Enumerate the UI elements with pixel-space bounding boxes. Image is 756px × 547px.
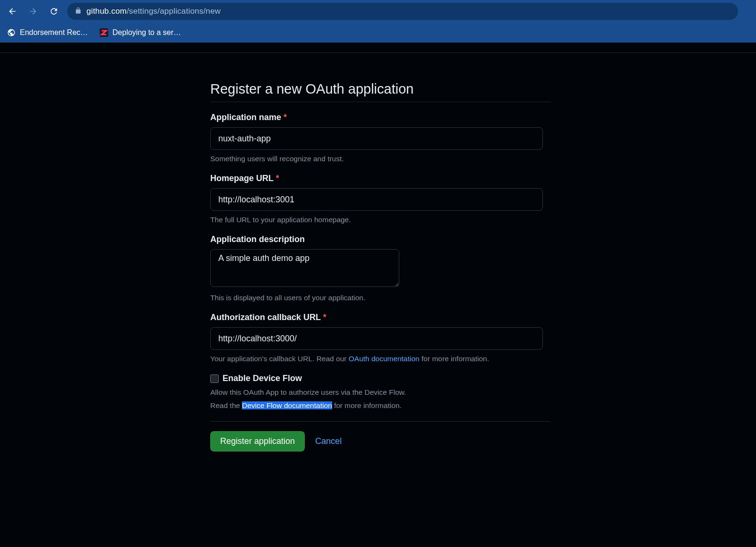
- label-text: Authorization callback URL: [210, 313, 321, 322]
- label-text: Homepage URL: [210, 174, 274, 183]
- required-asterisk: *: [276, 174, 279, 183]
- description-label: Application description: [210, 234, 550, 244]
- description-help: This is displayed to all users of your a…: [210, 294, 550, 302]
- bookmarks-bar: Endorsement Rec… Deploying to a ser…: [0, 23, 756, 43]
- homepage-url-help: The full URL to your application homepag…: [210, 216, 550, 224]
- arrow-left-icon: [8, 7, 17, 16]
- forward-button[interactable]: [26, 4, 41, 19]
- lock-icon: [75, 7, 82, 16]
- url-path: /settings/applications/new: [127, 7, 221, 16]
- callback-url-label: Authorization callback URL *: [210, 313, 550, 322]
- app-name-label: Application name *: [210, 113, 550, 122]
- button-row: Register application Cancel: [210, 431, 550, 451]
- device-flow-checkbox-row: Enable Device Flow: [210, 373, 550, 383]
- description-input[interactable]: A simple auth demo app: [210, 249, 399, 287]
- divider: [210, 421, 550, 422]
- arrow-right-icon: [28, 7, 38, 16]
- github-header-strip: [0, 43, 756, 53]
- bookmark-label: Deploying to a ser…: [112, 28, 181, 37]
- label-text: Application name: [210, 113, 281, 122]
- app-name-help: Something users will recognize and trust…: [210, 155, 550, 163]
- form-container: Register a new OAuth application Applica…: [210, 81, 550, 451]
- help-suffix: for more information.: [420, 355, 489, 363]
- register-application-button[interactable]: Register application: [210, 431, 305, 451]
- globe-icon: [7, 28, 16, 37]
- help-prefix: Read the: [210, 401, 242, 409]
- bookmark-label: Endorsement Rec…: [20, 28, 88, 37]
- bookmark-item-endorsement[interactable]: Endorsement Rec…: [7, 28, 88, 37]
- browser-chrome: github.com/settings/applications/new End…: [0, 0, 756, 43]
- bookmark-item-deploying[interactable]: Deploying to a ser…: [99, 28, 181, 37]
- url-bar[interactable]: github.com/settings/applications/new: [67, 3, 738, 20]
- form-group-callback-url: Authorization callback URL * Your applic…: [210, 313, 550, 363]
- z-icon: [99, 28, 109, 37]
- back-button[interactable]: [5, 4, 20, 19]
- homepage-url-label: Homepage URL *: [210, 174, 550, 183]
- oauth-documentation-link[interactable]: OAuth documentation: [349, 355, 420, 363]
- required-asterisk: *: [284, 113, 287, 122]
- page-title: Register a new OAuth application: [210, 81, 550, 102]
- form-group-app-name: Application name * Something users will …: [210, 113, 550, 163]
- form-group-description: Application description A simple auth de…: [210, 234, 550, 302]
- callback-url-input[interactable]: [210, 327, 543, 350]
- app-name-input[interactable]: [210, 127, 543, 150]
- device-flow-documentation-link[interactable]: Device Flow documentation: [242, 401, 332, 409]
- cancel-button[interactable]: Cancel: [315, 436, 342, 446]
- required-asterisk: *: [323, 313, 326, 322]
- reload-icon: [49, 7, 59, 16]
- form-group-device-flow: Enable Device Flow Allow this OAuth App …: [210, 373, 550, 410]
- browser-toolbar: github.com/settings/applications/new: [0, 0, 756, 23]
- device-flow-help-2: Read the Device Flow documentation for m…: [210, 401, 550, 410]
- form-group-homepage-url: Homepage URL * The full URL to your appl…: [210, 174, 550, 224]
- url-domain: github.com: [86, 7, 127, 16]
- homepage-url-input[interactable]: [210, 188, 543, 211]
- help-suffix: for more information.: [332, 401, 402, 409]
- device-flow-help-1: Allow this OAuth App to authorize users …: [210, 388, 550, 397]
- reload-button[interactable]: [46, 4, 61, 19]
- device-flow-checkbox[interactable]: [210, 374, 219, 383]
- help-prefix: Your application's callback URL. Read ou…: [210, 355, 349, 363]
- device-flow-label: Enable Device Flow: [223, 373, 302, 383]
- callback-url-help: Your application's callback URL. Read ou…: [210, 355, 550, 363]
- url-text: github.com/settings/applications/new: [86, 7, 221, 16]
- content-wrapper: Register a new OAuth application Applica…: [0, 53, 756, 451]
